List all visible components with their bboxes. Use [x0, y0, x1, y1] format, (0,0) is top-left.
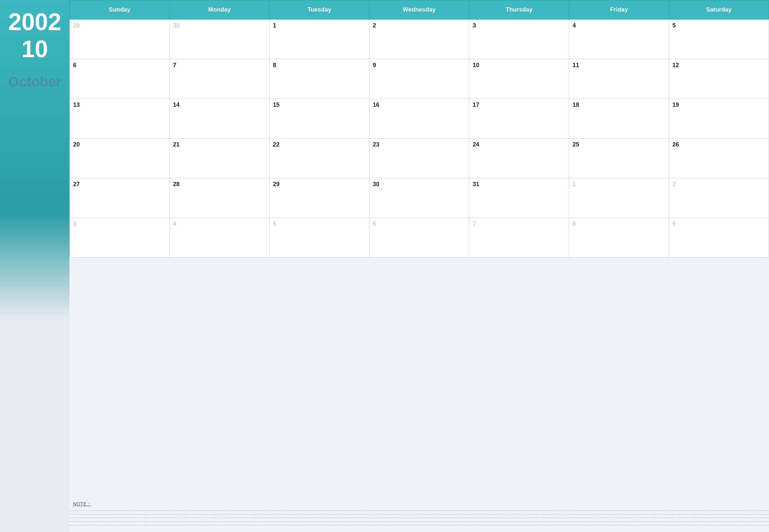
calendar-day-0-2[interactable]: 1: [269, 20, 369, 59]
header-sunday: Sunday: [70, 0, 170, 20]
calendar-day-1-5[interactable]: 11: [569, 59, 669, 99]
calendar-day-1-2[interactable]: 8: [269, 59, 369, 99]
header-saturday: Saturday: [669, 0, 769, 20]
calendar-day-2-0[interactable]: 13: [70, 99, 170, 139]
note-line-5: [69, 525, 769, 525]
calendar-day-1-3[interactable]: 9: [369, 59, 469, 99]
calendar-day-2-1[interactable]: 14: [169, 99, 269, 139]
header-thursday: Thursday: [469, 0, 569, 20]
note-area: NOTE：: [69, 494, 769, 532]
year-label: 2002: [8, 10, 61, 34]
note-line-1: [69, 511, 769, 511]
calendar-day-5-6[interactable]: 9: [669, 218, 769, 258]
calendar-day-1-1[interactable]: 7: [169, 59, 269, 99]
calendar-day-5-1[interactable]: 4: [169, 218, 269, 258]
calendar-week-2: 13141516171819: [70, 99, 769, 139]
calendar-day-3-3[interactable]: 23: [369, 139, 469, 178]
note-line-2: [69, 514, 769, 514]
calendar-day-4-2[interactable]: 29: [269, 178, 369, 218]
calendar-area: Sunday Monday Tuesday Wednesday Thursday…: [69, 0, 769, 494]
note-line-4: [69, 521, 769, 522]
header-wednesday: Wednesday: [369, 0, 469, 20]
note-line-3: [69, 518, 769, 518]
header-tuesday: Tuesday: [269, 0, 369, 20]
calendar-week-1: 6789101112: [70, 59, 769, 99]
calendar-day-3-5[interactable]: 25: [569, 139, 669, 178]
sidebar: 2002 10 October: [0, 0, 69, 532]
calendar-day-5-5[interactable]: 8: [569, 218, 669, 258]
header-monday: Monday: [169, 0, 269, 20]
calendar-week-5: 3456789: [70, 218, 769, 258]
calendar-day-0-1[interactable]: 30: [169, 20, 269, 59]
calendar-day-0-0[interactable]: 29: [70, 20, 170, 59]
calendar-day-4-6[interactable]: 2: [669, 178, 769, 218]
header-row: Sunday Monday Tuesday Wednesday Thursday…: [70, 0, 769, 20]
calendar-day-3-6[interactable]: 26: [669, 139, 769, 178]
calendar-day-5-2[interactable]: 5: [269, 218, 369, 258]
calendar-day-2-6[interactable]: 19: [669, 99, 769, 139]
calendar-page: 2002 10 October Sunday Monday Tuesday We…: [0, 0, 769, 532]
calendar-day-4-0[interactable]: 27: [70, 178, 170, 218]
calendar-day-5-3[interactable]: 6: [369, 218, 469, 258]
calendar-day-2-5[interactable]: 18: [569, 99, 669, 139]
calendar-day-5-0[interactable]: 3: [70, 218, 170, 258]
calendar-day-3-0[interactable]: 20: [70, 139, 170, 178]
calendar-day-3-1[interactable]: 21: [169, 139, 269, 178]
calendar-day-1-6[interactable]: 12: [669, 59, 769, 99]
calendar-day-2-4[interactable]: 17: [469, 99, 569, 139]
calendar-day-4-4[interactable]: 31: [469, 178, 569, 218]
calendar-week-0: 293012345: [70, 20, 769, 59]
month-name-label: October: [8, 74, 61, 90]
calendar-day-0-5[interactable]: 4: [569, 20, 669, 59]
calendar-day-1-4[interactable]: 10: [469, 59, 569, 99]
calendar-table: Sunday Monday Tuesday Wednesday Thursday…: [69, 0, 769, 258]
calendar-day-4-1[interactable]: 28: [169, 178, 269, 218]
calendar-day-4-3[interactable]: 30: [369, 178, 469, 218]
calendar-day-3-4[interactable]: 24: [469, 139, 569, 178]
calendar-day-2-3[interactable]: 16: [369, 99, 469, 139]
calendar-day-2-2[interactable]: 15: [269, 99, 369, 139]
calendar-day-0-6[interactable]: 5: [669, 20, 769, 59]
calendar-day-5-4[interactable]: 7: [469, 218, 569, 258]
calendar-day-4-5[interactable]: 1: [569, 178, 669, 218]
calendar-day-3-2[interactable]: 22: [269, 139, 369, 178]
calendar-day-1-0[interactable]: 6: [70, 59, 170, 99]
calendar-week-3: 20212223242526: [70, 139, 769, 178]
header-friday: Friday: [569, 0, 669, 20]
calendar-day-0-4[interactable]: 3: [469, 20, 569, 59]
month-number-label: 10: [21, 37, 48, 61]
note-label: NOTE：: [69, 501, 769, 507]
calendar-day-0-3[interactable]: 2: [369, 20, 469, 59]
main-content: Sunday Monday Tuesday Wednesday Thursday…: [69, 0, 769, 532]
calendar-week-4: 272829303112: [70, 178, 769, 218]
